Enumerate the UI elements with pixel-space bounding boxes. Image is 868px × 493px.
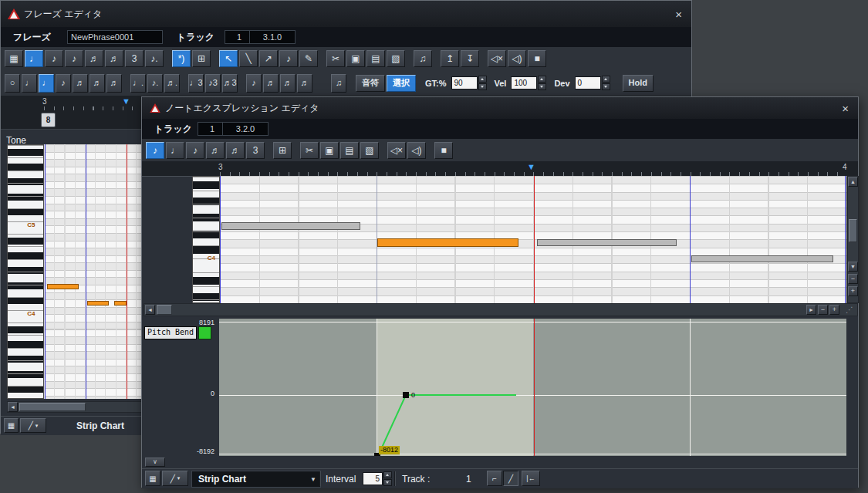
spin-up-icon[interactable] <box>383 471 392 478</box>
note-64th-value-button[interactable]: ♬ <box>106 74 122 93</box>
arrow-tool-button[interactable]: ↗ <box>259 50 278 67</box>
phrase-name-field[interactable]: NewPhrase0001 <box>67 30 163 44</box>
paste-button[interactable]: ▤ <box>366 50 385 67</box>
gt-value[interactable]: 90 <box>451 76 478 89</box>
curve-tool-combo[interactable]: ╱▾ <box>162 471 188 486</box>
shift-up-button[interactable]: ↥ <box>441 50 459 67</box>
cut-button[interactable]: ✂ <box>300 142 319 159</box>
note-half-button[interactable]: ♩ <box>25 50 43 67</box>
go-to-start-button[interactable]: |← <box>522 471 540 486</box>
grid-input-button[interactable]: ▦ <box>5 50 23 67</box>
note-piano-keys[interactable]: C4 <box>192 176 220 303</box>
vscroll-thumb[interactable] <box>849 219 857 242</box>
note-whole-button[interactable]: ○ <box>5 74 20 93</box>
step-curve-button[interactable]: ⌐ <box>487 471 502 486</box>
hscroll-thumb[interactable] <box>157 305 172 315</box>
note-quarter-button[interactable]: ♩ <box>166 142 184 159</box>
note-bar[interactable] <box>47 284 79 289</box>
note-titlebar[interactable]: ノートエクスプレッション エディタ × <box>142 97 858 120</box>
scroll-up-button[interactable]: ▲ <box>848 177 858 187</box>
hscroll-thumb[interactable] <box>19 403 86 411</box>
stop-button[interactable]: ■ <box>434 142 453 159</box>
spin-up-icon[interactable] <box>602 76 610 83</box>
erase-button[interactable]: ▧ <box>387 50 405 67</box>
copy-button[interactable]: ▣ <box>320 142 339 159</box>
mute-button[interactable]: ◁× <box>488 50 506 67</box>
phrase-close-button[interactable]: × <box>675 8 682 21</box>
resize-grip[interactable]: ⋰ <box>843 305 856 315</box>
note-bar[interactable] <box>221 222 360 230</box>
curve-tool-combo[interactable]: ╱▾ <box>20 418 46 433</box>
note-quarter-value-button[interactable]: ♩ <box>39 74 54 93</box>
phrase-position-marker[interactable]: ▼ <box>122 97 130 105</box>
quantize-button[interactable]: ⊞ <box>273 142 292 159</box>
note-track-pos-field[interactable]: 3.2.0 <box>222 122 269 136</box>
tuplet-button[interactable]: 3 <box>125 50 144 67</box>
note-bar[interactable] <box>114 301 127 306</box>
grace-32nd-button[interactable]: ♬ <box>280 74 296 93</box>
zoom-in-button[interactable]: + <box>848 286 858 296</box>
note-grid[interactable] <box>220 176 846 303</box>
dotted-note-button[interactable]: ♪. <box>145 50 164 67</box>
select-mode-button[interactable]: 選択 <box>387 75 416 92</box>
erase-button[interactable]: ▧ <box>360 142 379 159</box>
monitor-button[interactable]: ◁) <box>407 142 426 159</box>
vel-spinner[interactable]: 100 <box>511 76 546 90</box>
note-eighth-value-button[interactable]: ♪ <box>186 142 204 159</box>
triplet-eighth-button[interactable]: ♪3 <box>205 74 221 93</box>
snap-grid-button[interactable]: ▦ <box>4 418 19 433</box>
tuplet-button[interactable]: 3 <box>246 142 265 159</box>
note-sixteenth-button[interactable]: ♬ <box>85 50 103 67</box>
zoom-in-button[interactable]: + <box>829 305 839 315</box>
note-position-marker[interactable]: ▼ <box>527 163 535 171</box>
grace-16th-button[interactable]: ♬ <box>263 74 279 93</box>
zoom-out-button[interactable]: − <box>818 305 828 315</box>
spin-down-icon[interactable] <box>538 83 546 90</box>
pane-collapse-button[interactable]: ∨ <box>145 458 165 467</box>
dotted-16th-button[interactable]: ♬. <box>164 74 180 93</box>
spin-down-icon[interactable] <box>602 83 610 90</box>
chord-input-button[interactable]: ♫ <box>414 50 432 67</box>
note-sixteenth-button[interactable]: ♬ <box>206 142 225 159</box>
note-eighth-button[interactable]: ♪ <box>146 142 164 159</box>
scroll-left-button[interactable]: ◄ <box>8 402 18 412</box>
note-bar[interactable] <box>537 239 677 246</box>
note-eighth-value-button[interactable]: ♪ <box>56 74 71 93</box>
interval-spinner[interactable]: 5 <box>363 471 392 486</box>
note-mode-button[interactable]: 音符 <box>356 75 385 92</box>
auto-tick-button[interactable]: *) <box>172 50 191 67</box>
vel-value[interactable]: 100 <box>511 76 537 89</box>
phrase-titlebar[interactable]: フレーズ エディタ × <box>1 1 691 28</box>
quantize-button[interactable]: ⊞ <box>192 50 211 67</box>
note-close-button[interactable]: × <box>842 102 849 115</box>
spin-down-icon[interactable] <box>383 479 392 486</box>
phrase-track-pos-field[interactable]: 3.1.0 <box>249 30 296 44</box>
step-input-button[interactable]: ♫ <box>331 74 346 93</box>
spin-down-icon[interactable] <box>478 83 487 90</box>
phrase-strip-chart-label[interactable]: Strip Chart <box>76 420 124 431</box>
interval-value[interactable]: 5 <box>363 472 383 485</box>
note-bar[interactable] <box>87 301 109 306</box>
note-16th-value-button[interactable]: ♬ <box>73 74 88 93</box>
line-tool-button[interactable]: ╲ <box>239 50 258 67</box>
dev-value[interactable]: 0 <box>575 76 601 89</box>
grace-64th-button[interactable]: ♬ <box>297 74 312 93</box>
note-eighth-button[interactable]: ♪ <box>65 50 83 67</box>
cut-button[interactable]: ✂ <box>326 50 345 67</box>
triplet-quarter-button[interactable]: ♩3 <box>188 74 204 93</box>
select-tool-button[interactable]: ↖ <box>219 50 238 67</box>
monitor-button[interactable]: ◁) <box>508 50 526 67</box>
scroll-down-button[interactable]: ▼ <box>848 262 858 272</box>
copy-button[interactable]: ▣ <box>346 50 365 67</box>
phrase-piano-keys[interactable]: C5 C4 <box>7 144 44 399</box>
note-thirtysecond-button[interactable]: ♬ <box>105 50 123 67</box>
scroll-right-button[interactable]: ► <box>806 305 816 315</box>
grace-eighth-button[interactable]: ♪ <box>246 74 262 93</box>
pitch-bend-graph[interactable]: 0 -8012 <box>219 319 846 456</box>
note-ruler[interactable]: 3 4 ▼ <box>142 161 858 177</box>
note-quarter-button[interactable]: ♪ <box>45 50 63 67</box>
note-bar-selected[interactable] <box>377 238 518 247</box>
note-bar[interactable] <box>691 255 833 262</box>
dev-spinner[interactable]: 0 <box>575 76 610 90</box>
paste-button[interactable]: ▤ <box>340 142 359 159</box>
